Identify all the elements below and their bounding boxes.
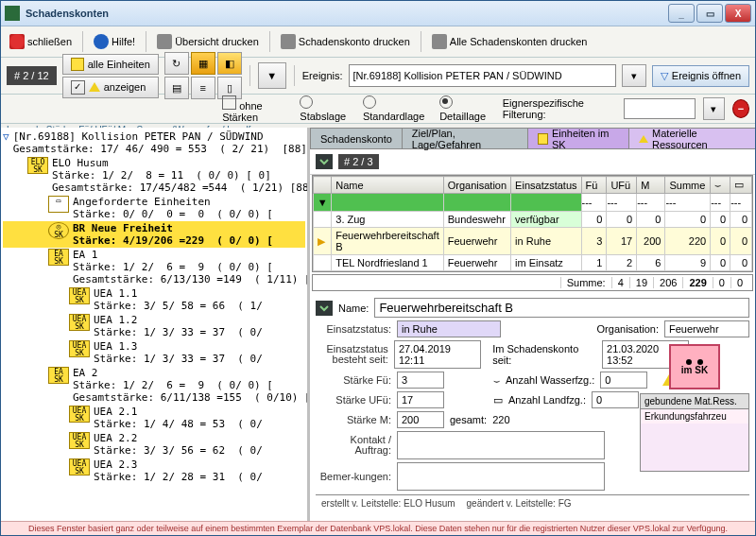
list-button[interactable]: ≡: [191, 77, 215, 99]
fu-label: Stärke Fü:: [316, 374, 391, 386]
col-sum[interactable]: Summe: [665, 177, 711, 194]
col-org[interactable]: Organisation: [443, 177, 510, 194]
tree-uea12[interactable]: UEASKUEA 1.2Stärke: 1/ 3/ 33 = 37 ( 0/: [3, 313, 305, 339]
print-account-label: Schadenskonto drucken: [299, 36, 410, 47]
filter-funnel-button[interactable]: ▼: [258, 62, 286, 89]
uea-icon: UEASK: [69, 458, 90, 475]
tree-uea23[interactable]: UEASKUEA 2.3Stärke: 1/ 2/ 28 = 31 ( 0/: [3, 458, 305, 484]
status-field[interactable]: in Ruhe: [397, 320, 501, 337]
tab-einheiten[interactable]: Einheiten im SK: [527, 128, 629, 148]
tree-ea2[interactable]: EASKEA 2Stärke: 1/ 2/ 6 = 9 ( 0/ 0) [Ges…: [3, 366, 305, 405]
toggle1-button[interactable]: ▦: [191, 52, 215, 75]
uea-icon: UEASK: [69, 406, 90, 423]
filter-dropdown-button[interactable]: ▾: [703, 97, 725, 120]
tree-uea13[interactable]: UEASKUEA 1.3Stärke: 1/ 3/ 33 = 37 ( 0/: [3, 339, 305, 366]
tree-root[interactable]: ▽[Nr.69188] Kollision PETER PAN / SÜDWIN…: [3, 130, 305, 156]
fu-field[interactable]: 3: [397, 372, 444, 389]
grid-button[interactable]: ▤: [164, 77, 189, 99]
pdf-icon: [281, 34, 296, 49]
all-units-label: alle Einheiten: [88, 59, 150, 70]
print-all-button[interactable]: Alle Schadenskonten drucken: [427, 31, 593, 52]
name-field[interactable]: Feuerwehrbereitschaft B: [374, 298, 749, 318]
lf-label: Anzahl Landfzg.:: [508, 394, 586, 406]
ereignis-label: Ereignis:: [302, 70, 343, 81]
toggle2-button[interactable]: ◧: [217, 52, 242, 75]
tree-uea11[interactable]: UEASKUEA 1.1Stärke: 3/ 5/ 58 = 66 ( 1/: [3, 286, 305, 313]
tree-uea22[interactable]: UEASKUEA 2.2Stärke: 3/ 3/ 56 = 62 ( 0/: [3, 431, 305, 458]
m-label: Stärke M:: [316, 414, 391, 425]
tree-uea21[interactable]: UEASKUEA 2.1Stärke: 1/ 4/ 48 = 53 ( 0/: [3, 405, 305, 431]
grid-nav: # 2 / 3: [310, 149, 755, 175]
tree-angeforderte[interactable]: ▭Angeforderte EinheitenStärke: 0/ 0/ 0 =…: [3, 195, 305, 221]
stab-radio[interactable]: Stabslage: [300, 95, 355, 122]
help-button[interactable]: Hilfe!: [89, 31, 140, 52]
tree-br-neue-freiheit[interactable]: ☺SKBR Neue FreiheitStärke: 4/19/206 =229…: [3, 221, 305, 248]
grid-header: Name Organisation Einsatzstatus Fü UFü M…: [314, 177, 752, 194]
clear-filter-button[interactable]: −: [732, 99, 749, 118]
mat-header: gebundene Mat.Ress.: [641, 394, 748, 409]
ohne-check[interactable]: ohne Stärken: [222, 95, 292, 123]
triangle-icon: [639, 135, 648, 143]
col-status[interactable]: Einsatzstatus: [511, 177, 581, 194]
bem-field[interactable]: [397, 462, 605, 491]
m-field[interactable]: 200: [397, 411, 444, 428]
triangle-icon: [89, 82, 100, 92]
open-ereignis-button[interactable]: ▽Ereignis öffnen: [652, 65, 749, 87]
window-title: Schadenskonten: [26, 8, 668, 19]
filter-row[interactable]: ▼ ------------------: [314, 194, 752, 212]
kontakt-field[interactable]: [397, 431, 605, 459]
filter-input[interactable]: [624, 98, 696, 119]
col-ufu[interactable]: UFü: [607, 177, 637, 194]
ea-icon: EASK: [48, 249, 69, 266]
detail-radio[interactable]: Detaillage: [439, 95, 495, 122]
kontakt-label: Kontakt / Auftrag:: [316, 435, 391, 456]
mat-row[interactable]: Erkundungsfahrzeu: [641, 409, 748, 424]
tab-schadenskonto[interactable]: Schadenskonto: [310, 128, 403, 148]
table-row[interactable]: TEL Nordfriesland 1Feuerwehrim Einsatz12…: [314, 255, 752, 271]
tab-ziel-plan[interactable]: Ziel/Plan, Lage/Gefahren: [402, 128, 528, 148]
titlebar: Schadenskonten _ ▭ X: [1, 1, 755, 26]
ufu-field[interactable]: 17: [397, 391, 444, 408]
standard-radio[interactable]: Standardlage: [363, 95, 432, 122]
status-bar: Dieses Fenster basiert ganz oder teilwei…: [1, 521, 755, 535]
all-units-button[interactable]: alle Einheiten: [62, 54, 159, 75]
close-window-button[interactable]: X: [725, 4, 751, 23]
col-fu[interactable]: Fü: [581, 177, 607, 194]
table-row[interactable]: ▶Feuerwehrbereitschaft BFeuerwehrin Ruhe…: [314, 228, 752, 255]
expand-button[interactable]: [316, 301, 333, 316]
show-button[interactable]: ✓anzeigen: [62, 77, 159, 98]
show-label: anzeigen: [104, 81, 146, 93]
help-label: Hilfe!: [112, 36, 135, 47]
col-water-icon[interactable]: ⌣: [711, 177, 730, 194]
ges-label: gesamt:: [450, 414, 487, 425]
print-overview-button[interactable]: Übersicht drucken: [152, 31, 264, 52]
minimize-button[interactable]: _: [668, 4, 695, 23]
bem-label: Bemer-kungen:: [316, 472, 391, 482]
since-label: Einsatzstatus besteht seit:: [316, 344, 388, 365]
col-land-icon[interactable]: ▭: [730, 177, 752, 194]
detail-form: Name: Feuerwehrbereitschaft B Einsatzsta…: [310, 291, 755, 522]
pdf-icon: [157, 34, 172, 49]
detail-footer: erstellt v. Leitstelle: ELO Husum geände…: [316, 494, 749, 522]
col-m[interactable]: M: [637, 177, 665, 194]
stab-label: Stabslage: [300, 111, 346, 122]
tree-elo[interactable]: ELOSKELO HusumStärke: 1/ 2/ 8 = 11 ( 0/ …: [3, 156, 305, 195]
org-field[interactable]: Feuerwehr: [664, 320, 749, 337]
lf-field[interactable]: 0: [592, 391, 639, 408]
refresh-button[interactable]: ↻: [164, 52, 189, 75]
ereignis-dropdown-button[interactable]: ▾: [622, 64, 646, 87]
maximize-button[interactable]: ▭: [696, 4, 723, 23]
table-row[interactable]: 3. ZugBundeswehrverfügbar000000: [314, 212, 752, 228]
tab-materielle[interactable]: Materielle Ressourcen: [628, 128, 755, 148]
print-all-label: Alle Schadenskonten drucken: [450, 36, 588, 47]
print-account-button[interactable]: Schadenskonto drucken: [276, 31, 415, 52]
collapse-button[interactable]: [316, 154, 333, 169]
org-label: Organisation:: [597, 323, 659, 335]
help-icon: [94, 34, 109, 49]
col-name[interactable]: Name: [332, 177, 443, 194]
close-button[interactable]: schließen: [5, 31, 77, 52]
since-field[interactable]: 27.04.2019 12:11: [394, 340, 481, 369]
detail-panel: Schadenskonto Ziel/Plan, Lage/Gefahren E…: [310, 128, 755, 522]
tree-ea1[interactable]: EASKEA 1Stärke: 1/ 2/ 6 = 9 ( 0/ 0) [Ges…: [3, 248, 305, 286]
ereignis-select[interactable]: [349, 64, 616, 87]
